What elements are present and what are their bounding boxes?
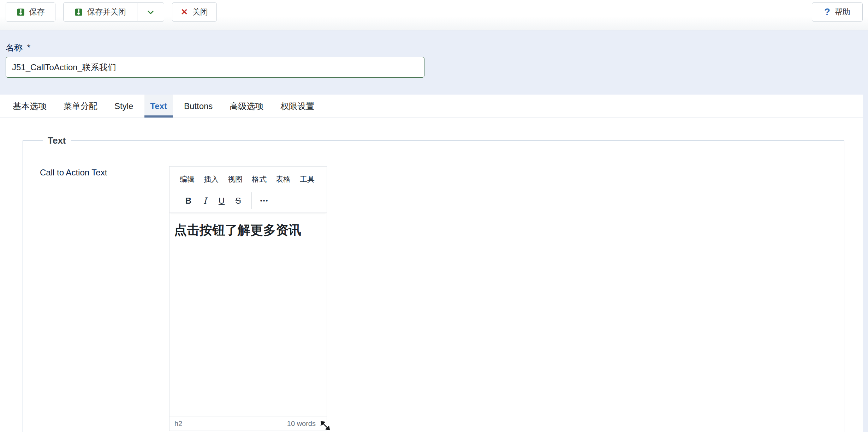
tab-buttons[interactable]: Buttons <box>178 95 218 118</box>
tab-content-panel: Text Call to Action Text 编辑 插入 视图 格式 表格 … <box>0 118 863 432</box>
save-button[interactable]: 保存 <box>6 2 55 22</box>
help-button-label: 帮助 <box>835 7 850 17</box>
statusbar-right: 10 words <box>287 420 324 428</box>
save-button-label: 保存 <box>29 7 45 17</box>
editor-header: 编辑 插入 视图 格式 表格 工具 B I U S ••• <box>170 167 327 213</box>
underline-button[interactable]: U <box>213 193 230 209</box>
tab-menu-assignment[interactable]: 菜单分配 <box>58 95 103 118</box>
more-toolbar-items-icon[interactable]: ••• <box>256 193 273 209</box>
help-button[interactable]: ? 帮助 <box>812 2 863 22</box>
tab-bar: 基本选项 菜单分配 Style Text Buttons 高级选项 权限设置 <box>0 95 863 118</box>
word-count[interactable]: 10 words <box>287 420 316 428</box>
menu-view[interactable]: 视图 <box>228 174 243 184</box>
required-asterisk: * <box>27 43 30 52</box>
name-field-section: 名称 * <box>0 31 868 95</box>
name-label-text: 名称 <box>6 43 23 52</box>
close-icon: ✕ <box>181 8 188 16</box>
save-close-split-button: 保存并关闭 <box>63 2 164 22</box>
chevron-down-icon <box>146 7 155 17</box>
name-input[interactable] <box>6 57 424 78</box>
text-fieldset: Text Call to Action Text 编辑 插入 视图 格式 表格 … <box>23 140 844 432</box>
resize-grip-icon[interactable] <box>319 421 324 426</box>
bold-button[interactable]: B <box>180 193 197 209</box>
tab-basic-options[interactable]: 基本选项 <box>7 95 52 118</box>
save-options-dropdown-toggle[interactable] <box>137 2 164 22</box>
fieldset-legend: Text <box>43 135 71 146</box>
call-to-action-text-label: Call to Action Text <box>40 168 107 178</box>
name-field-label: 名称 * <box>6 42 30 53</box>
menu-insert[interactable]: 插入 <box>204 174 219 184</box>
save-icon <box>75 8 83 16</box>
menu-table[interactable]: 表格 <box>276 174 291 184</box>
editor-toolbar: B I U S ••• <box>170 189 327 212</box>
menu-tools[interactable]: 工具 <box>300 174 315 184</box>
close-button[interactable]: ✕ 关闭 <box>172 2 217 22</box>
editor-menubar: 编辑 插入 视图 格式 表格 工具 <box>170 167 327 189</box>
element-path[interactable]: h2 <box>174 420 182 428</box>
save-close-button[interactable]: 保存并关闭 <box>63 2 137 22</box>
content-heading[interactable]: 点击按钮了解更多资讯 <box>174 222 321 238</box>
save-icon <box>17 8 25 16</box>
editor-content-area[interactable]: 点击按钮了解更多资讯 <box>170 213 327 416</box>
save-close-button-label: 保存并关闭 <box>87 7 126 17</box>
strikethrough-button[interactable]: S <box>230 193 246 209</box>
top-toolbar: 保存 保存并关闭 <box>0 0 868 30</box>
menu-edit[interactable]: 编辑 <box>180 174 195 184</box>
italic-button[interactable]: I <box>197 193 213 209</box>
toolbar-divider <box>251 192 252 209</box>
menu-format[interactable]: 格式 <box>252 174 267 184</box>
help-icon: ? <box>824 7 830 17</box>
editor-statusbar: h2 10 words <box>170 416 327 431</box>
tab-permissions[interactable]: 权限设置 <box>275 95 320 118</box>
tab-style[interactable]: Style <box>109 95 139 118</box>
richtext-editor: 编辑 插入 视图 格式 表格 工具 B I U S ••• 点击按钮了解更多资 <box>169 166 327 431</box>
tab-text[interactable]: Text <box>144 95 173 118</box>
toolbar-button-group: 保存 保存并关闭 <box>6 2 217 22</box>
tab-advanced-options[interactable]: 高级选项 <box>224 95 269 118</box>
close-button-label: 关闭 <box>192 7 208 17</box>
